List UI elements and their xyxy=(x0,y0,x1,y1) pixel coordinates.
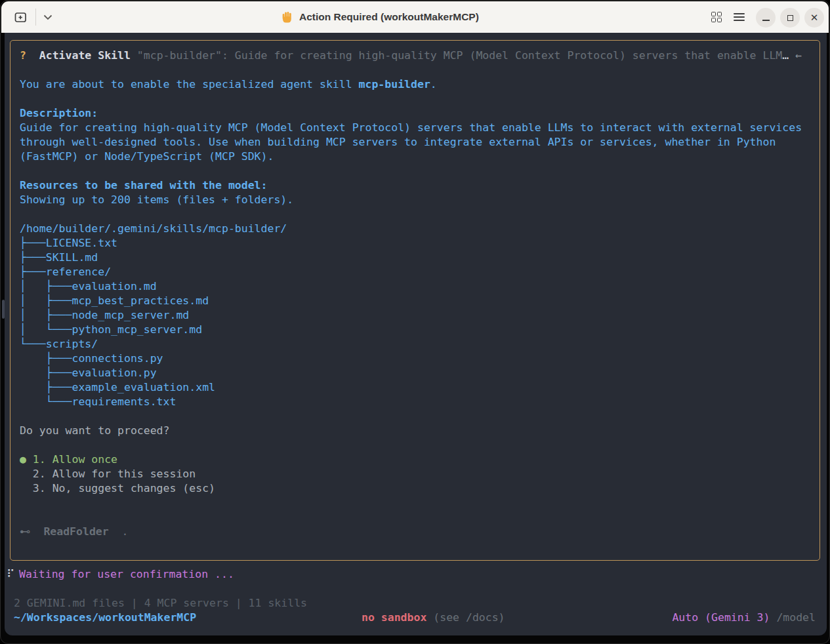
tool-call-icon: ⊷ xyxy=(20,525,31,538)
close-icon: ✕ xyxy=(810,13,819,23)
tree-item: │ ├───evaluation.md xyxy=(20,279,816,294)
new-tab-button[interactable] xyxy=(13,10,30,25)
tree-item: │ └───python_mcp_server.md xyxy=(20,323,816,337)
description-label: Description: xyxy=(20,106,816,121)
tree-root-path: /home/builder/.gemini/skills/mcp-builder… xyxy=(20,222,816,236)
tool-call-line: ⊷ ReadFolder . xyxy=(20,525,816,539)
sandbox-state: no sandbox xyxy=(362,611,426,624)
cwd-path: ~/Workspaces/workoutMakerMCP xyxy=(14,611,196,625)
titlebar-separator xyxy=(35,9,36,26)
context-summary: 2 GEMINI.md files | 4 MCP servers | 11 s… xyxy=(14,596,307,611)
window-title: Action Required (workoutMakerMCP) xyxy=(281,1,479,33)
maximize-button[interactable] xyxy=(780,8,800,28)
menu-button[interactable] xyxy=(734,13,745,21)
tree-item: ├───evaluation.py xyxy=(20,366,816,380)
raised-hand-icon xyxy=(281,11,293,24)
minimize-button[interactable] xyxy=(756,8,776,28)
minimize-icon xyxy=(762,20,770,21)
intro-line: You are about to enable the specialized … xyxy=(20,77,816,92)
titlebar: Action Required (workoutMakerMCP) ✕ xyxy=(1,1,829,33)
model-status: Auto (Gemini 3) /model xyxy=(672,611,816,625)
option-allow-session[interactable]: 2. Allow for this session xyxy=(20,467,816,481)
tree-item: └───requirements.txt xyxy=(20,395,816,409)
tree-item: ├───reference/ xyxy=(20,265,816,279)
tree-item: │ ├───node_mcp_server.md xyxy=(20,308,816,323)
terminal-content: ? Activate Skill "mcp-builder": Guide fo… xyxy=(5,33,827,635)
dialog-header: ? Activate Skill "mcp-builder": Guide fo… xyxy=(20,49,816,63)
window-title-text: Action Required (workoutMakerMCP) xyxy=(299,11,479,23)
resources-count-line: Showing up to 200 items (files + folders… xyxy=(20,193,816,207)
new-tab-icon xyxy=(14,11,28,24)
model-hint: /model xyxy=(770,611,816,624)
resources-label: Resources to be shared with the model: xyxy=(20,178,816,193)
terminal-window: Action Required (workoutMakerMCP) ✕ ? Ac… xyxy=(0,0,830,644)
maximize-icon xyxy=(787,15,793,21)
truncation-ellipsis: … xyxy=(782,49,789,62)
tab-overview-button[interactable] xyxy=(711,12,722,22)
tab-list-dropdown-button[interactable] xyxy=(42,13,54,22)
description-line: through well-designed tools. Use when bu… xyxy=(20,135,816,150)
tree-item: ├───SKILL.md xyxy=(20,251,816,265)
proceed-question: Do you want to proceed? xyxy=(20,424,816,438)
tree-item: ├───connections.py xyxy=(20,352,816,366)
model-name: Auto (Gemini 3) xyxy=(672,611,770,624)
spinner-icon: ⠏ xyxy=(7,567,14,582)
scrollbar-thumb[interactable] xyxy=(2,300,5,319)
option-suggest-changes[interactable]: 3. No, suggest changes (esc) xyxy=(20,481,816,496)
tree-item: └───scripts/ xyxy=(20,337,816,352)
description-line: (FastMCP) or Node/TypeScript (MCP SDK). xyxy=(20,150,816,164)
sandbox-status: no sandbox (see /docs) xyxy=(362,611,505,625)
close-button[interactable]: ✕ xyxy=(804,8,824,28)
description-line: Guide for creating high-quality MCP (Mod… xyxy=(20,121,816,135)
question-mark-icon: ? xyxy=(20,49,39,62)
sandbox-hint: (see /docs) xyxy=(426,611,505,624)
tree-item: │ ├───mcp_best_practices.md xyxy=(20,294,816,308)
tree-item: ├───LICENSE.txt xyxy=(20,236,816,251)
chevron-down-icon xyxy=(43,14,52,20)
left-arrow-icon: ← xyxy=(789,49,802,62)
option-allow-once[interactable]: ● 1. Allow once xyxy=(20,453,816,467)
skill-name: mcp-builder xyxy=(359,78,430,91)
tool-call-name: ReadFolder xyxy=(43,525,108,538)
tool-call-arg: . xyxy=(109,525,129,538)
waiting-status: Waiting for user confirmation ... xyxy=(19,567,234,582)
dialog-subtitle: "mcp-builder": Guide for creating high-q… xyxy=(131,49,782,62)
permission-dialog: ? Activate Skill "mcp-builder": Guide fo… xyxy=(10,40,820,561)
dialog-title: Activate Skill xyxy=(39,49,131,62)
tree-item: ├───example_evaluation.xml xyxy=(20,380,816,395)
